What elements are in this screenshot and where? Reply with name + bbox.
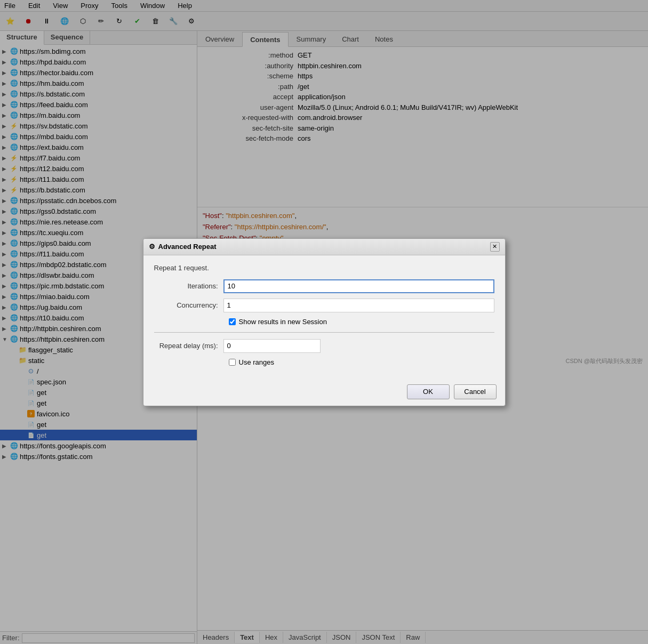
modal-icon: ⚙: [149, 243, 155, 251]
modal-divider: [154, 332, 494, 333]
iterations-row: Iterations:: [154, 279, 494, 293]
advanced-repeat-modal: ⚙ Advanced Repeat ✕ Repeat 1 request. It…: [143, 238, 506, 406]
use-ranges-row: Use ranges: [154, 358, 494, 366]
concurrency-label: Concurrency:: [154, 301, 223, 309]
show-results-checkbox[interactable]: [229, 318, 236, 325]
delay-input[interactable]: [223, 339, 321, 353]
modal-close-button[interactable]: ✕: [490, 242, 500, 252]
iterations-label: Iterations:: [154, 282, 223, 290]
cancel-button[interactable]: Cancel: [454, 384, 497, 399]
modal-title-text: Advanced Repeat: [158, 243, 217, 251]
show-results-row: Show results in new Session: [154, 318, 494, 326]
delay-row: Repeat delay (ms):: [154, 339, 494, 353]
modal-footer: OK Cancel: [143, 380, 505, 406]
concurrency-input[interactable]: [223, 299, 494, 312]
delay-label: Repeat delay (ms):: [154, 342, 223, 350]
concurrency-row: Concurrency:: [154, 299, 494, 312]
use-ranges-label[interactable]: Use ranges: [239, 358, 274, 366]
modal-title-bar: ⚙ Advanced Repeat ✕: [143, 239, 505, 255]
modal-title: ⚙ Advanced Repeat: [149, 243, 217, 251]
show-results-label[interactable]: Show results in new Session: [239, 318, 327, 326]
ok-button[interactable]: OK: [407, 384, 450, 399]
modal-overlay: ⚙ Advanced Repeat ✕ Repeat 1 request. It…: [0, 0, 648, 644]
modal-subtitle: Repeat 1 request.: [154, 264, 494, 272]
modal-body: Repeat 1 request. Iterations: Concurrenc…: [143, 255, 505, 380]
iterations-input[interactable]: [223, 279, 494, 293]
use-ranges-checkbox[interactable]: [229, 359, 236, 366]
